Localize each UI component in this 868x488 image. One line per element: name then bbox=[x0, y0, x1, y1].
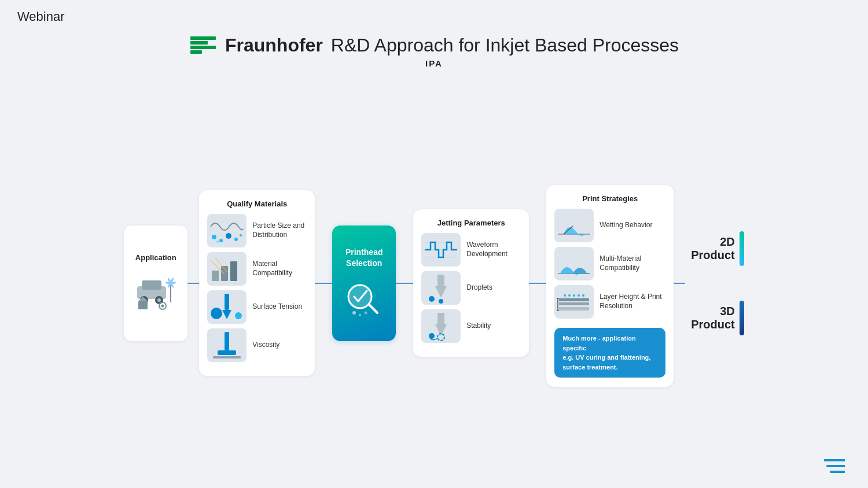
connector-2 bbox=[315, 283, 332, 284]
svg-rect-44 bbox=[437, 275, 444, 286]
svg-rect-53 bbox=[559, 307, 589, 310]
svg-rect-54 bbox=[559, 302, 589, 305]
svg-line-37 bbox=[369, 305, 377, 313]
qualify-materials-card: Qualify Materials bbox=[199, 190, 315, 376]
surface-tension-icon bbox=[207, 290, 247, 324]
print-item-3: Layer Height & Print Resolution bbox=[554, 285, 665, 319]
connector-5 bbox=[674, 283, 685, 284]
svg-point-49 bbox=[429, 333, 435, 339]
svg-rect-2 bbox=[190, 46, 216, 49]
svg-point-18 bbox=[212, 235, 216, 239]
svg-point-59 bbox=[564, 294, 566, 297]
multi-material-icon bbox=[554, 247, 594, 280]
diagram-container: Application bbox=[29, 179, 839, 387]
qualify-item-3: Surface Tension bbox=[207, 290, 307, 324]
ipa-label: IPA bbox=[425, 58, 443, 68]
svg-rect-35 bbox=[213, 356, 241, 358]
qualify-item-4: Viscosity bbox=[207, 328, 307, 362]
particle-size-icon bbox=[207, 214, 247, 247]
svg-point-20 bbox=[226, 233, 231, 239]
svg-point-31 bbox=[211, 308, 222, 319]
print-item-2: Multi-Material Compatibility bbox=[554, 247, 665, 280]
jetting-item-3: Stability bbox=[421, 309, 521, 343]
svg-point-9 bbox=[157, 298, 161, 302]
jetting-title: Jetting Parameters bbox=[437, 219, 505, 227]
application-box: Application bbox=[124, 225, 187, 341]
droplets-icon bbox=[421, 271, 461, 305]
header-row: Fraunhofer R&D Approach for Inkjet Based… bbox=[189, 35, 679, 56]
svg-point-40 bbox=[365, 311, 367, 314]
droplets-label: Droplets bbox=[466, 283, 521, 293]
header-area: Fraunhofer R&D Approach for Inkjet Based… bbox=[0, 35, 868, 68]
layer-height-icon bbox=[554, 285, 594, 319]
svg-point-17 bbox=[161, 305, 164, 308]
viscosity-label: Viscosity bbox=[252, 341, 307, 350]
printhead-title: Printhead Selection bbox=[341, 247, 387, 268]
jetting-item-2: Droplets bbox=[421, 271, 521, 305]
jetting-item-1: Waveform Development bbox=[421, 233, 521, 267]
wetting-icon bbox=[554, 209, 594, 242]
svg-rect-0 bbox=[190, 36, 216, 40]
svg-rect-30 bbox=[225, 294, 229, 310]
stability-icon bbox=[421, 309, 461, 343]
jetting-parameters-card: Jetting Parameters Waveform Development bbox=[413, 209, 529, 357]
material-compat-label: Material Compatibility bbox=[252, 260, 307, 278]
product-side: 2D Product 3D Product bbox=[691, 231, 744, 335]
connector-4 bbox=[529, 283, 546, 284]
info-box: Much more - application specifice.g. UV … bbox=[554, 328, 665, 378]
svg-point-19 bbox=[219, 239, 223, 242]
application-icon bbox=[133, 267, 179, 313]
svg-point-61 bbox=[573, 294, 575, 297]
svg-point-60 bbox=[568, 294, 571, 297]
page-title: Webinar bbox=[17, 9, 65, 24]
printhead-icon bbox=[343, 278, 385, 319]
svg-point-46 bbox=[429, 296, 435, 302]
waveform-icon bbox=[421, 233, 461, 267]
svg-point-22 bbox=[240, 234, 242, 236]
svg-rect-33 bbox=[225, 332, 229, 350]
qualify-materials-title: Qualify Materials bbox=[227, 199, 287, 208]
svg-point-32 bbox=[235, 312, 242, 319]
product-2d-bar bbox=[740, 231, 744, 266]
product-3d-label: 3D Product bbox=[691, 305, 735, 331]
svg-rect-24 bbox=[212, 271, 219, 281]
svg-rect-47 bbox=[437, 313, 444, 324]
particle-size-label: Particle Size and Distribution bbox=[252, 221, 307, 239]
qualify-item-2: Material Compatibility bbox=[207, 252, 307, 286]
svg-point-21 bbox=[234, 238, 238, 241]
connector-1 bbox=[187, 283, 199, 284]
svg-rect-5 bbox=[142, 280, 161, 290]
qualify-item-1: Particle Size and Distribution bbox=[207, 214, 307, 247]
svg-point-39 bbox=[359, 314, 361, 316]
application-title: Application bbox=[135, 253, 176, 262]
svg-point-45 bbox=[439, 299, 443, 304]
connector-3 bbox=[396, 283, 413, 284]
product-2d-label: 2D Product bbox=[691, 235, 735, 262]
fraunhofer-logo-icon bbox=[189, 35, 217, 56]
stability-label: Stability bbox=[466, 321, 521, 331]
svg-rect-3 bbox=[190, 50, 202, 54]
brand-name: Fraunhofer bbox=[225, 35, 323, 56]
printhead-card: Printhead Selection bbox=[332, 225, 396, 341]
header-subtitle: R&D Approach for Inkjet Based Processes bbox=[331, 35, 679, 56]
surface-tension-label: Surface Tension bbox=[252, 302, 307, 312]
info-box-text: Much more - application specifice.g. UV … bbox=[562, 334, 657, 372]
svg-point-63 bbox=[582, 294, 584, 297]
svg-point-62 bbox=[578, 294, 580, 297]
svg-rect-1 bbox=[190, 41, 208, 45]
waveform-label: Waveform Development bbox=[466, 241, 521, 258]
multi-material-label: Multi-Material Compatibility bbox=[599, 254, 665, 272]
svg-rect-14 bbox=[138, 301, 148, 309]
product-3d-bar bbox=[740, 301, 744, 335]
svg-rect-55 bbox=[559, 298, 589, 301]
svg-point-23 bbox=[216, 241, 219, 243]
wetting-label: Wetting Behavior bbox=[599, 221, 665, 230]
svg-point-38 bbox=[352, 311, 356, 315]
layer-height-label: Layer Height & Print Resolution bbox=[599, 293, 665, 310]
svg-rect-34 bbox=[218, 350, 236, 355]
menu-icon[interactable] bbox=[824, 458, 845, 476]
svg-rect-26 bbox=[230, 261, 237, 281]
print-strategies-card: Print Strategies Wetting Behavior bbox=[546, 185, 674, 387]
print-strategies-title: Print Strategies bbox=[582, 194, 638, 203]
print-item-1: Wetting Behavior bbox=[554, 209, 665, 242]
